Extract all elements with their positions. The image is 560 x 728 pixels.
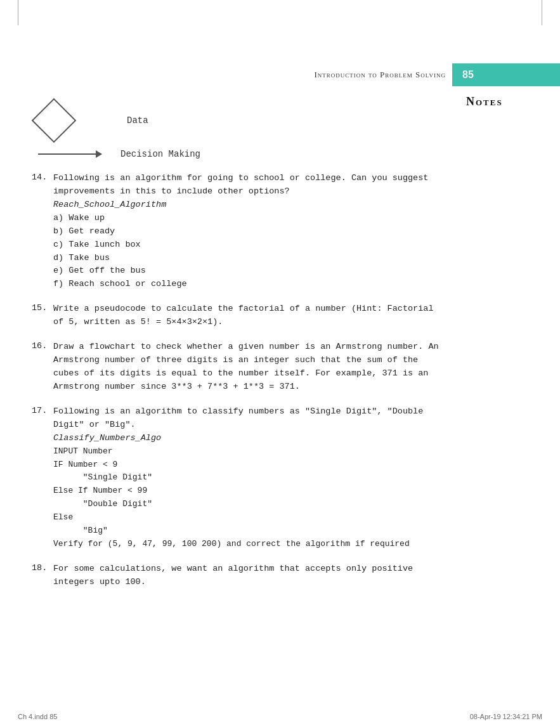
q18-content: For some calculations, we want an algori… (53, 562, 446, 589)
footer: Ch 4.indd 85 08-Apr-19 12:34:21 PM (18, 713, 542, 720)
diamond-shape (32, 98, 76, 143)
q17-code-7: "Big" (53, 526, 108, 535)
header-right-accent (484, 63, 560, 86)
main-content: Data Decision Making 14. Following is an… (32, 98, 446, 690)
q14-algo-name: Reach_School_Algorithm (53, 200, 166, 209)
q17-code-4: Else If Number < 99 (53, 486, 147, 495)
q14-step-f: f) Reach school or college (53, 279, 187, 289)
page-number: 85 (452, 63, 484, 86)
q14-step-a: a) Wake up (53, 213, 105, 223)
footer-left: Ch 4.indd 85 (18, 713, 57, 720)
diamond-label: Data (89, 115, 148, 126)
q15-content: Write a pseudocode to calculate the fact… (53, 302, 446, 329)
q17-code-1: INPUT Number (53, 446, 113, 456)
arrow-label: Decision Making (101, 149, 200, 159)
footer-right: 08-Apr-19 12:34:21 PM (470, 713, 542, 720)
q14-step-b: b) Get ready (53, 226, 115, 236)
q17-code-3: "Single Digit" (53, 472, 152, 482)
q18-number: 18. (32, 562, 49, 589)
q14-number: 14. (32, 172, 49, 291)
q18-text: For some calculations, we want an algori… (53, 564, 413, 587)
header-title: Introduction to Problem Solving (314, 70, 452, 80)
q17-code-5: "Double Digit" (53, 499, 152, 509)
question-17: 17. Following is an algorithm to classif… (32, 405, 446, 551)
q17-algo-name: Classify_Numbers_Algo (53, 433, 161, 443)
q16-content: Draw a flowchart to check whether a give… (53, 341, 446, 394)
q17-code-2: IF Number < 9 (53, 460, 117, 469)
q15-number: 15. (32, 302, 49, 329)
arrow-row: Decision Making (32, 149, 446, 159)
diagram-data-row: Data (32, 98, 446, 143)
notes-title: Notes (466, 95, 542, 108)
header-bar: Introduction to Problem Solving 85 (0, 63, 560, 86)
q14-content: Following is an algorithm for going to s… (53, 172, 446, 291)
question-18: 18. For some calculations, we want an al… (32, 562, 446, 589)
question-15: 15. Write a pseudocode to calculate the … (32, 302, 446, 329)
q17-content: Following is an algorithm to classify nu… (53, 405, 446, 551)
top-right-line (542, 0, 542, 25)
q15-text: Write a pseudocode to calculate the fact… (53, 304, 434, 327)
q14-step-c: c) Take lunch box (53, 240, 141, 249)
arrow-line (38, 153, 101, 155)
q17-number: 17. (32, 405, 49, 551)
diamond-icon (32, 98, 77, 143)
question-16: 16. Draw a flowchart to check whether a … (32, 341, 446, 394)
q14-step-d: d) Take bus (53, 253, 110, 263)
q16-number: 16. (32, 341, 49, 394)
q16-text: Draw a flowchart to check whether a give… (53, 342, 439, 391)
top-left-line (18, 0, 18, 25)
q17-code-6: Else (53, 512, 73, 522)
q14-step-e: e) Get off the bus (53, 266, 146, 275)
notes-section: Notes (466, 95, 542, 108)
question-14: 14. Following is an algorithm for going … (32, 172, 446, 291)
q14-text: Following is an algorithm for going to s… (53, 173, 428, 196)
q17-text: Following is an algorithm to classify nu… (53, 406, 423, 429)
q17-code-8: Verify for (5, 9, 47, 99, 100 200) and c… (53, 539, 410, 549)
